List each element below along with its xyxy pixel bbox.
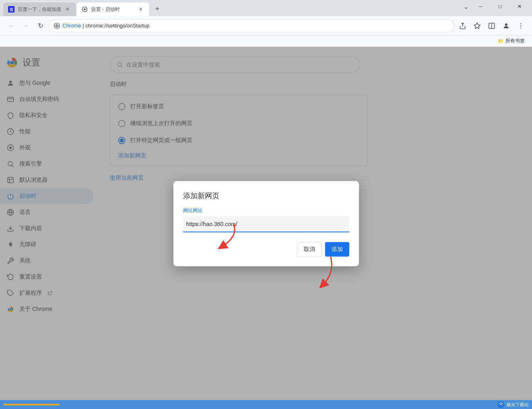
title-bar: 百 百度一下，你就知道 ✕ 设置 - 启动时 ✕ + xyxy=(0,0,532,16)
dialog-title: 添加新网页 xyxy=(183,191,349,200)
bookmark-folder-all[interactable]: 📁 所有书签 xyxy=(495,37,527,45)
address-protocol: Chrome xyxy=(63,23,81,29)
close-button[interactable]: ✕ xyxy=(510,0,529,13)
bookmark-button[interactable] xyxy=(471,19,484,32)
cancel-button[interactable]: 取消 xyxy=(297,242,322,256)
svg-point-13 xyxy=(520,25,521,26)
svg-point-12 xyxy=(520,23,521,24)
forward-button[interactable]: → xyxy=(19,19,32,32)
tab-settings[interactable]: 设置 - 启动时 ✕ xyxy=(77,2,149,16)
reload-button[interactable]: ↻ xyxy=(34,19,47,32)
new-tab-button[interactable]: + xyxy=(152,3,163,15)
svg-text:百: 百 xyxy=(10,8,14,12)
bookmark-folder-icon: 📁 xyxy=(498,38,504,44)
add-page-dialog: 添加新网页 网址网址 取消 添加 xyxy=(173,181,359,266)
svg-point-3 xyxy=(84,8,86,10)
bookmark-bar: 📁 所有书签 xyxy=(0,36,532,47)
tab-close-baidu[interactable]: ✕ xyxy=(64,6,71,13)
progress-bar xyxy=(3,404,60,405)
address-bar[interactable]: Chrome | chrome://settings/onStartup xyxy=(48,19,455,32)
watermark-icon xyxy=(497,401,505,409)
nav-bar: ← → ↻ Chrome | chrome://settings/onStart… xyxy=(0,16,532,36)
address-text: Chrome | chrome://settings/onStartup xyxy=(63,23,449,29)
tab-baidu[interactable]: 百 百度一下，你就知道 ✕ xyxy=(3,2,76,16)
expand-icon[interactable]: ⌄ xyxy=(461,2,471,11)
add-button[interactable]: 添加 xyxy=(325,242,349,256)
svg-marker-8 xyxy=(474,23,480,28)
window-controls: ⌄ ─ □ ✕ xyxy=(458,0,532,16)
tab-title-settings: 设置 - 启动时 xyxy=(91,6,135,13)
address-url: chrome://settings/onStartup xyxy=(86,23,150,29)
bookmark-folder-name: 所有书签 xyxy=(505,38,525,44)
bottom-bar: 极光下载站 xyxy=(0,400,532,409)
menu-button[interactable] xyxy=(514,19,527,32)
watermark-text: 极光下载站 xyxy=(507,402,529,408)
nav-actions xyxy=(456,19,527,32)
tab-title-baidu: 百度一下，你就知道 xyxy=(18,6,61,13)
dialog-url-input[interactable] xyxy=(183,216,349,232)
svg-point-14 xyxy=(520,27,521,28)
tab-close-settings[interactable]: ✕ xyxy=(137,6,144,13)
watermark: 极光下载站 xyxy=(497,401,529,409)
dialog-label: 网址网址 xyxy=(183,207,349,214)
tab-favicon-settings xyxy=(81,6,88,13)
browser-frame: 百 百度一下，你就知道 ✕ 设置 - 启动时 ✕ + xyxy=(0,0,532,409)
split-view-button[interactable] xyxy=(485,19,498,32)
tab-favicon-baidu: 百 xyxy=(8,6,15,13)
maximize-button[interactable]: □ xyxy=(491,0,509,13)
minimize-button[interactable]: ─ xyxy=(471,0,490,13)
profile-button[interactable] xyxy=(500,19,513,32)
dialog-buttons: 取消 添加 xyxy=(183,242,349,256)
back-button[interactable]: ← xyxy=(5,19,18,32)
svg-point-39 xyxy=(498,401,505,408)
address-separator: | xyxy=(81,23,86,29)
svg-point-11 xyxy=(505,23,507,26)
share-button[interactable] xyxy=(456,19,469,32)
address-favicon xyxy=(54,23,60,29)
content-area: 设置 您与 Google 自动填充和密码 隐私和安全 xyxy=(0,47,532,400)
tabs-area: 百 百度一下，你就知道 ✕ 设置 - 启动时 ✕ + xyxy=(0,2,458,16)
